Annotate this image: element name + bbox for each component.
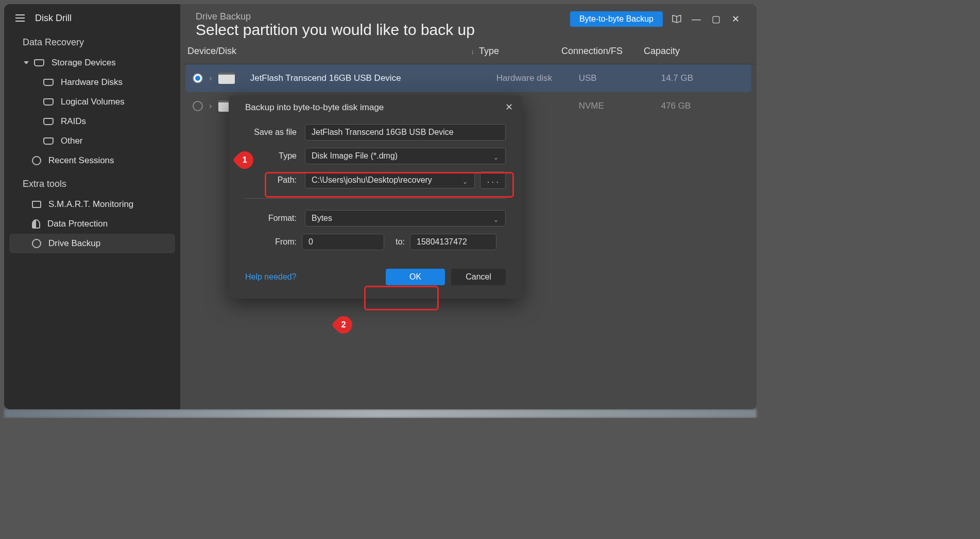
row-device: JetFlash Transcend 16GB USB Device bbox=[243, 73, 496, 83]
save-as-input[interactable] bbox=[305, 124, 506, 141]
byte-to-byte-button[interactable]: Byte-to-byte Backup bbox=[570, 11, 663, 27]
sidebar-item-label: Other bbox=[61, 136, 83, 146]
sidebar-item-smart[interactable]: S.M.A.R.T. Monitoring bbox=[4, 195, 180, 214]
divider bbox=[245, 198, 506, 199]
sort-arrow-icon: ↓ bbox=[471, 47, 474, 56]
minimize-icon[interactable]: — bbox=[691, 14, 702, 25]
col-type[interactable]: Type bbox=[479, 46, 561, 57]
format-label: Format: bbox=[245, 214, 297, 223]
sidebar-item-label: Drive Backup bbox=[48, 238, 100, 249]
radio-icon[interactable] bbox=[193, 101, 203, 111]
type-select[interactable]: Disk Image File (*.dmg) bbox=[305, 148, 506, 164]
sidebar-item-hardware[interactable]: Hardware Disks bbox=[4, 73, 180, 92]
sidebar-item-label: Logical Volumes bbox=[61, 97, 125, 107]
from-label: From: bbox=[245, 237, 297, 247]
sidebar-item-storage[interactable]: Storage Devices bbox=[4, 53, 180, 73]
sidebar-item-label: Recent Sessions bbox=[48, 155, 114, 166]
book-icon[interactable] bbox=[671, 14, 682, 24]
to-input[interactable] bbox=[410, 234, 496, 250]
close-icon[interactable]: ✕ bbox=[730, 13, 741, 25]
sidebar-section-extra: Extra tools bbox=[4, 170, 180, 195]
page-title: Select partition you would like to back … bbox=[196, 21, 475, 39]
breadcrumb: Drive Backup bbox=[196, 11, 475, 22]
chevron-right-icon[interactable]: › bbox=[209, 101, 212, 111]
help-link[interactable]: Help needed? bbox=[245, 272, 297, 282]
path-select[interactable]: C:\Users\joshu\Desktop\recovery bbox=[305, 172, 475, 188]
row-cap: 476 GB bbox=[661, 101, 740, 111]
col-cap[interactable]: Capacity bbox=[644, 46, 745, 57]
browse-button[interactable]: . . . bbox=[480, 171, 506, 189]
path-label: Path: bbox=[245, 176, 297, 185]
maximize-icon[interactable]: ▢ bbox=[710, 13, 721, 25]
cancel-button[interactable]: Cancel bbox=[451, 269, 506, 285]
drive-icon bbox=[218, 73, 235, 84]
sidebar-item-drivebackup[interactable]: Drive Backup bbox=[9, 234, 175, 253]
chevron-down-icon bbox=[24, 61, 29, 64]
table-header: Device/Disk ↓ Type Connection/FS Capacit… bbox=[180, 39, 757, 64]
sidebar-item-other[interactable]: Other bbox=[4, 131, 180, 151]
ok-button[interactable]: OK bbox=[386, 269, 445, 285]
row-conn: USB bbox=[579, 73, 661, 83]
dialog-title: Backup into byte-to-byte disk image bbox=[245, 102, 506, 113]
radio-icon[interactable] bbox=[193, 73, 203, 83]
topbar-left: Disk Drill bbox=[4, 7, 180, 29]
menu-icon[interactable] bbox=[15, 14, 25, 22]
sidebar-item-logical[interactable]: Logical Volumes bbox=[4, 92, 180, 112]
gear-icon bbox=[32, 156, 41, 165]
to-label: to: bbox=[389, 237, 405, 247]
clock-icon bbox=[32, 239, 41, 248]
close-icon[interactable]: ✕ bbox=[505, 101, 513, 113]
drive-icon bbox=[43, 79, 54, 86]
backup-dialog: Backup into byte-to-byte disk image ✕ Sa… bbox=[229, 95, 522, 299]
chevron-right-icon[interactable]: › bbox=[209, 73, 212, 83]
from-input[interactable] bbox=[302, 234, 384, 250]
table-row[interactable]: › JetFlash Transcend 16GB USB Device Har… bbox=[185, 64, 751, 92]
save-as-label: Save as file bbox=[245, 128, 297, 137]
sidebar-item-raids[interactable]: RAIDs bbox=[4, 112, 180, 131]
sidebar-item-label: S.M.A.R.T. Monitoring bbox=[48, 199, 133, 210]
sidebar-item-label: Data Protection bbox=[47, 219, 108, 229]
sidebar-item-label: RAIDs bbox=[61, 116, 86, 127]
sidebar-section-recovery: Data Recovery bbox=[4, 29, 180, 53]
col-conn[interactable]: Connection/FS bbox=[561, 46, 644, 57]
app-title: Disk Drill bbox=[35, 13, 72, 24]
background-blur bbox=[4, 409, 757, 418]
sidebar-item-label: Storage Devices bbox=[51, 58, 116, 68]
sidebar-item-label: Hardware Disks bbox=[61, 77, 123, 88]
drive-icon bbox=[43, 118, 54, 125]
main-header: Drive Backup Select partition you would … bbox=[180, 4, 757, 39]
col-device[interactable]: Device/Disk ↓ bbox=[180, 46, 479, 57]
drive-icon bbox=[34, 59, 44, 66]
format-select[interactable]: Bytes bbox=[305, 210, 506, 227]
row-conn: NVME bbox=[579, 101, 661, 111]
sidebar-item-recent[interactable]: Recent Sessions bbox=[4, 151, 180, 170]
drive-icon bbox=[43, 98, 54, 106]
sidebar: Disk Drill Data Recovery Storage Devices… bbox=[4, 4, 180, 409]
drive-icon bbox=[43, 137, 54, 145]
shield-icon bbox=[32, 219, 40, 229]
monitor-icon bbox=[32, 201, 41, 208]
row-type: Hardware disk bbox=[496, 73, 579, 83]
row-cap: 14.7 GB bbox=[661, 73, 740, 83]
sidebar-item-dataprotection[interactable]: Data Protection bbox=[4, 214, 180, 234]
